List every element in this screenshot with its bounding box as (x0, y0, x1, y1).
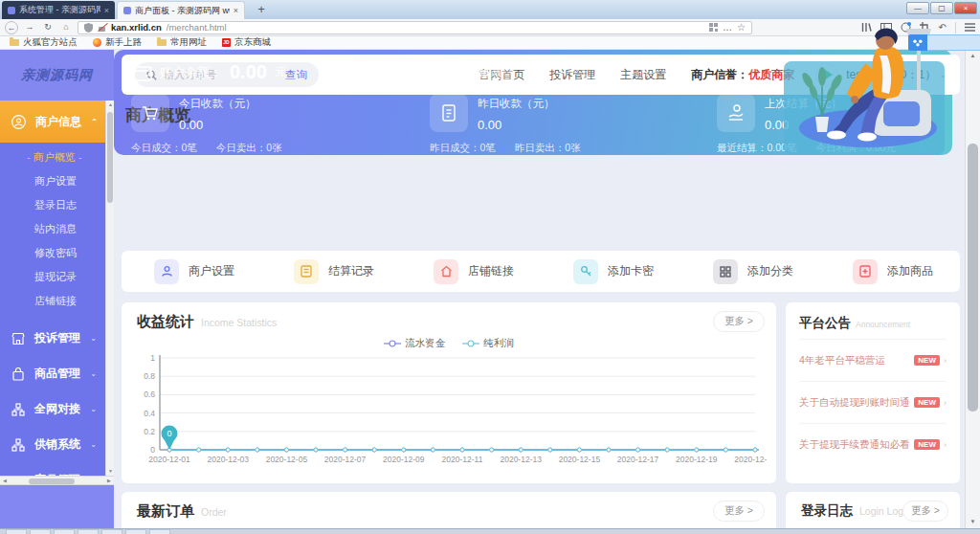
nav-theme-settings[interactable]: 主题设置 (620, 67, 666, 83)
sidebar-group-complaints[interactable]: 投诉管理⌄ (0, 321, 105, 356)
tab-title: 系统管理 - 亲测源码网 www.q (19, 4, 100, 16)
bookmark-item[interactable]: 火狐官方站点 (10, 36, 78, 49)
bookmark-item[interactable]: JD京东商城 (222, 36, 271, 49)
netdisk-icon[interactable] (908, 34, 927, 51)
sidebar-group-products[interactable]: 商品管理⌄ (0, 356, 105, 391)
scrollbar-thumb[interactable] (107, 112, 113, 203)
window-maximize-button[interactable]: ▢ (930, 2, 953, 14)
legend-item-profit[interactable]: 纯利润 (462, 337, 514, 350)
action-settlement-records[interactable]: 结算记录 (261, 259, 401, 284)
wallet-icon (131, 64, 152, 81)
announcement-item[interactable]: 关于提现手续费通知必看 NEW › (799, 423, 947, 465)
svg-text:2020-12-11: 2020-12-11 (442, 455, 483, 464)
chart-more-button[interactable]: 更多 > (713, 311, 765, 332)
nav-complaint-mgmt[interactable]: 投诉管理 (549, 67, 595, 83)
action-shop-link[interactable]: 店铺链接 (401, 259, 541, 284)
orders-title: 最新订单 (137, 502, 194, 521)
bag-icon (11, 367, 25, 381)
menu-hamburger-icon[interactable] (965, 23, 975, 32)
action-merchant-settings[interactable]: 商户设置 (122, 259, 261, 284)
tab-close-icon[interactable]: × (104, 6, 109, 15)
page-vertical-scrollbar[interactable]: ▲ ▼ (965, 50, 980, 528)
orders-subtitle: Order (201, 506, 227, 518)
browser-tab-active[interactable]: 商户面板 - 亲测源码网 www.q × (117, 1, 245, 19)
sidebar-group-network[interactable]: 全网对接⌄ (0, 391, 105, 427)
firefox-icon (93, 38, 101, 47)
sidebar-item-site-messages[interactable]: 站内消息 (0, 217, 105, 241)
announcement-item[interactable]: 4年老平台平稳营运 NEW › (799, 339, 947, 381)
reload-button[interactable]: ↻ (41, 21, 55, 34)
new-tab-button[interactable]: + (249, 2, 274, 18)
income-statistics-card: 收益统计 Income Statistics 更多 > 流水资金 纯利润 00.… (122, 302, 776, 483)
bookmark-item[interactable]: 常用网址 (157, 36, 207, 49)
balance-unit: 元 (275, 64, 286, 80)
action-add-product[interactable]: 添加商品 (820, 259, 960, 284)
browser-tab-inactive[interactable]: 系统管理 - 亲测源码网 www.q × (2, 1, 115, 19)
chevron-down-icon: ⌄ (90, 334, 97, 343)
sidebar-item-login-log[interactable]: 登录日志 (0, 193, 105, 217)
forward-button[interactable]: → (23, 21, 36, 34)
window-minimize-button[interactable]: — (906, 2, 929, 14)
announcement-item[interactable]: 关于自动提现到账时间通知必看 NEW › (799, 381, 947, 423)
action-add-category[interactable]: 添加分类 (680, 259, 820, 284)
sidebar-group-label: 商户信息 (35, 114, 81, 130)
orders-more-button[interactable]: 更多 > (713, 501, 765, 522)
chart-legend: 流水资金 纯利润 (122, 337, 776, 350)
login-log-subtitle: Login Log (859, 505, 903, 517)
download-float-widget[interactable] (908, 34, 980, 51)
scrollbar-thumb[interactable] (968, 144, 978, 412)
svg-text:0.4: 0.4 (144, 409, 155, 418)
sidebar-item-overview[interactable]: - 商户概览 - (0, 145, 105, 169)
sidebar-submenu: - 商户概览 - 商户设置 登录日志 站内消息 修改密码 提现记录 店铺链接 (0, 145, 105, 313)
income-line-chart[interactable]: 00.20.40.60.812020-12-012020-12-032020-1… (129, 352, 767, 478)
scroll-up-arrow[interactable]: ▲ (966, 50, 980, 62)
bookmark-item[interactable]: 新手上路 (93, 36, 142, 49)
person-icon (154, 259, 179, 284)
sidebar-item-shop-link[interactable]: 店铺链接 (0, 289, 105, 313)
page-actions-icon[interactable]: … (723, 22, 732, 33)
sidebar-item-withdraw-records[interactable]: 提现记录 (0, 265, 105, 289)
legend-item-flow[interactable]: 流水资金 (384, 337, 445, 350)
svg-text:2020-12-19: 2020-12-19 (676, 455, 718, 464)
svg-text:2020-12-17: 2020-12-17 (617, 455, 659, 464)
sitemap-icon (11, 438, 25, 452)
chart-subtitle: Income Statistics (201, 317, 277, 328)
tab-close-icon[interactable]: × (234, 6, 238, 15)
svg-text:2020-12-03: 2020-12-03 (207, 455, 249, 464)
stat-yesterday-income: 昨日收款（元）0.00 (430, 94, 555, 133)
scrollbar-thumb[interactable] (29, 478, 75, 484)
tracking-shield-icon[interactable] (84, 23, 93, 33)
sidebar-horizontal-scrollbar[interactable]: ◀ ▶ (0, 476, 114, 485)
qr-page-action-icon[interactable] (709, 23, 718, 32)
url-bar[interactable]: kan.xrlid.cn/merchant.html … ☆ (78, 21, 752, 34)
site-logo: 亲测源码网 (0, 50, 114, 100)
back-button[interactable]: ← (5, 21, 18, 34)
stat-yesterday-sub: 昨日成交：0笔昨日卖出：0张 (430, 142, 581, 155)
url-domain: kan.xrlid.cn (111, 22, 162, 33)
folder-icon (157, 39, 167, 46)
windows-taskbar[interactable] (0, 528, 980, 534)
main-content: 输入订单号 查询 官网首页 投诉管理 主题设置 商户信誉：优质商家 test00… (114, 50, 965, 528)
sidebar-item-merchant-settings[interactable]: 商户设置 (0, 169, 105, 193)
chevron-down-icon: ⌄ (90, 440, 97, 449)
action-add-card-key[interactable]: 添加卡密 (541, 259, 680, 284)
window-close-button[interactable]: × (954, 2, 977, 14)
bookmark-star-icon[interactable]: ☆ (737, 22, 746, 33)
stat-today-sub: 今日成交：0笔今日卖出：0张 (131, 142, 282, 155)
sidebar-item-change-password[interactable]: 修改密码 (0, 241, 105, 265)
legend-marker (384, 340, 401, 347)
home-button[interactable]: ⌂ (59, 21, 73, 34)
float-widget-field[interactable] (927, 34, 980, 51)
insecure-lock-icon[interactable] (98, 23, 106, 33)
login-log-more-button[interactable]: 更多 > (902, 501, 948, 522)
announcements-title: 平台公告 (799, 315, 851, 332)
chevron-right-icon: › (944, 356, 947, 366)
legend-marker (462, 340, 479, 347)
sidebar-vertical-scrollbar[interactable]: ▲ ▼ (105, 100, 114, 476)
sidebar-group-merchant-info[interactable]: 商户信息 ⌃ (0, 100, 105, 143)
scroll-down-arrow[interactable]: ▼ (966, 516, 980, 528)
clipboard-icon (430, 94, 468, 132)
svg-text:2020-12-15: 2020-12-15 (559, 455, 601, 464)
sidebar-group-supply[interactable]: 供销系统⌄ (0, 427, 105, 462)
user-circle-icon (11, 115, 26, 129)
